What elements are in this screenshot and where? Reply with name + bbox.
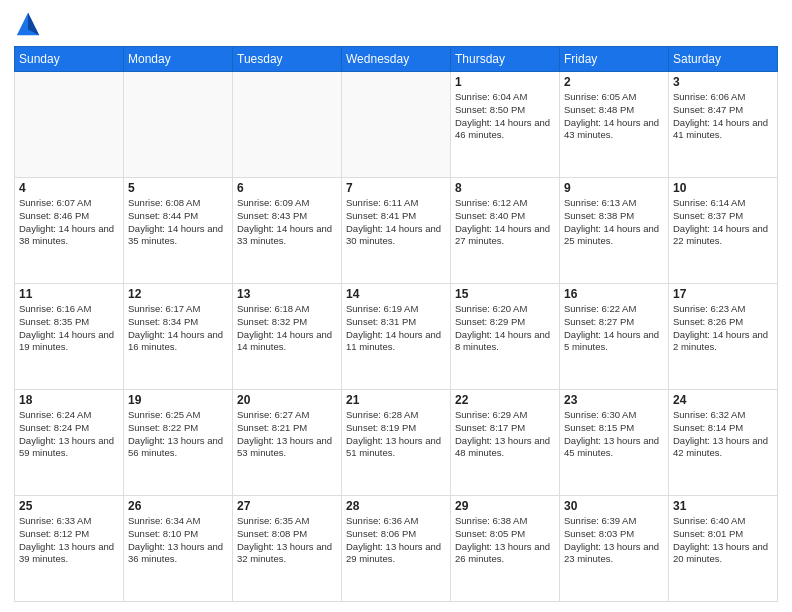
header	[14, 10, 778, 38]
day-info: Sunrise: 6:30 AM Sunset: 8:15 PM Dayligh…	[564, 409, 664, 460]
day-number: 14	[346, 287, 446, 301]
calendar-cell: 13Sunrise: 6:18 AM Sunset: 8:32 PM Dayli…	[233, 284, 342, 390]
day-number: 11	[19, 287, 119, 301]
day-number: 1	[455, 75, 555, 89]
day-number: 24	[673, 393, 773, 407]
day-info: Sunrise: 6:22 AM Sunset: 8:27 PM Dayligh…	[564, 303, 664, 354]
day-header-monday: Monday	[124, 47, 233, 72]
logo-icon	[14, 10, 42, 38]
calendar-cell: 6Sunrise: 6:09 AM Sunset: 8:43 PM Daylig…	[233, 178, 342, 284]
day-info: Sunrise: 6:28 AM Sunset: 8:19 PM Dayligh…	[346, 409, 446, 460]
day-number: 16	[564, 287, 664, 301]
calendar-cell	[342, 72, 451, 178]
day-info: Sunrise: 6:35 AM Sunset: 8:08 PM Dayligh…	[237, 515, 337, 566]
day-info: Sunrise: 6:13 AM Sunset: 8:38 PM Dayligh…	[564, 197, 664, 248]
calendar-cell: 20Sunrise: 6:27 AM Sunset: 8:21 PM Dayli…	[233, 390, 342, 496]
calendar-cell: 24Sunrise: 6:32 AM Sunset: 8:14 PM Dayli…	[669, 390, 778, 496]
week-row-2: 4Sunrise: 6:07 AM Sunset: 8:46 PM Daylig…	[15, 178, 778, 284]
calendar-cell: 9Sunrise: 6:13 AM Sunset: 8:38 PM Daylig…	[560, 178, 669, 284]
calendar-cell: 27Sunrise: 6:35 AM Sunset: 8:08 PM Dayli…	[233, 496, 342, 602]
day-header-saturday: Saturday	[669, 47, 778, 72]
day-info: Sunrise: 6:12 AM Sunset: 8:40 PM Dayligh…	[455, 197, 555, 248]
calendar-cell: 1Sunrise: 6:04 AM Sunset: 8:50 PM Daylig…	[451, 72, 560, 178]
calendar-cell: 25Sunrise: 6:33 AM Sunset: 8:12 PM Dayli…	[15, 496, 124, 602]
calendar-cell: 4Sunrise: 6:07 AM Sunset: 8:46 PM Daylig…	[15, 178, 124, 284]
day-header-sunday: Sunday	[15, 47, 124, 72]
week-row-5: 25Sunrise: 6:33 AM Sunset: 8:12 PM Dayli…	[15, 496, 778, 602]
calendar-cell: 29Sunrise: 6:38 AM Sunset: 8:05 PM Dayli…	[451, 496, 560, 602]
calendar-cell: 14Sunrise: 6:19 AM Sunset: 8:31 PM Dayli…	[342, 284, 451, 390]
page: SundayMondayTuesdayWednesdayThursdayFrid…	[0, 0, 792, 612]
calendar-cell: 31Sunrise: 6:40 AM Sunset: 8:01 PM Dayli…	[669, 496, 778, 602]
week-row-3: 11Sunrise: 6:16 AM Sunset: 8:35 PM Dayli…	[15, 284, 778, 390]
day-info: Sunrise: 6:24 AM Sunset: 8:24 PM Dayligh…	[19, 409, 119, 460]
week-row-4: 18Sunrise: 6:24 AM Sunset: 8:24 PM Dayli…	[15, 390, 778, 496]
day-info: Sunrise: 6:32 AM Sunset: 8:14 PM Dayligh…	[673, 409, 773, 460]
day-number: 12	[128, 287, 228, 301]
calendar-cell: 11Sunrise: 6:16 AM Sunset: 8:35 PM Dayli…	[15, 284, 124, 390]
calendar-cell: 16Sunrise: 6:22 AM Sunset: 8:27 PM Dayli…	[560, 284, 669, 390]
day-header-thursday: Thursday	[451, 47, 560, 72]
day-info: Sunrise: 6:25 AM Sunset: 8:22 PM Dayligh…	[128, 409, 228, 460]
calendar-header: SundayMondayTuesdayWednesdayThursdayFrid…	[15, 47, 778, 72]
day-info: Sunrise: 6:19 AM Sunset: 8:31 PM Dayligh…	[346, 303, 446, 354]
calendar-cell	[15, 72, 124, 178]
day-number: 25	[19, 499, 119, 513]
day-header-friday: Friday	[560, 47, 669, 72]
calendar-cell: 17Sunrise: 6:23 AM Sunset: 8:26 PM Dayli…	[669, 284, 778, 390]
calendar-table: SundayMondayTuesdayWednesdayThursdayFrid…	[14, 46, 778, 602]
day-number: 31	[673, 499, 773, 513]
day-number: 4	[19, 181, 119, 195]
day-number: 26	[128, 499, 228, 513]
day-number: 9	[564, 181, 664, 195]
header-row: SundayMondayTuesdayWednesdayThursdayFrid…	[15, 47, 778, 72]
day-number: 7	[346, 181, 446, 195]
calendar-cell: 10Sunrise: 6:14 AM Sunset: 8:37 PM Dayli…	[669, 178, 778, 284]
day-number: 15	[455, 287, 555, 301]
day-info: Sunrise: 6:20 AM Sunset: 8:29 PM Dayligh…	[455, 303, 555, 354]
day-info: Sunrise: 6:11 AM Sunset: 8:41 PM Dayligh…	[346, 197, 446, 248]
day-info: Sunrise: 6:39 AM Sunset: 8:03 PM Dayligh…	[564, 515, 664, 566]
day-info: Sunrise: 6:40 AM Sunset: 8:01 PM Dayligh…	[673, 515, 773, 566]
day-number: 3	[673, 75, 773, 89]
calendar-cell: 5Sunrise: 6:08 AM Sunset: 8:44 PM Daylig…	[124, 178, 233, 284]
day-info: Sunrise: 6:14 AM Sunset: 8:37 PM Dayligh…	[673, 197, 773, 248]
day-number: 28	[346, 499, 446, 513]
calendar-cell: 18Sunrise: 6:24 AM Sunset: 8:24 PM Dayli…	[15, 390, 124, 496]
day-number: 17	[673, 287, 773, 301]
calendar-cell: 21Sunrise: 6:28 AM Sunset: 8:19 PM Dayli…	[342, 390, 451, 496]
day-number: 6	[237, 181, 337, 195]
day-info: Sunrise: 6:07 AM Sunset: 8:46 PM Dayligh…	[19, 197, 119, 248]
day-info: Sunrise: 6:34 AM Sunset: 8:10 PM Dayligh…	[128, 515, 228, 566]
day-number: 29	[455, 499, 555, 513]
day-info: Sunrise: 6:05 AM Sunset: 8:48 PM Dayligh…	[564, 91, 664, 142]
calendar-cell	[233, 72, 342, 178]
logo	[14, 10, 46, 38]
day-number: 23	[564, 393, 664, 407]
calendar-cell: 30Sunrise: 6:39 AM Sunset: 8:03 PM Dayli…	[560, 496, 669, 602]
day-info: Sunrise: 6:08 AM Sunset: 8:44 PM Dayligh…	[128, 197, 228, 248]
day-info: Sunrise: 6:29 AM Sunset: 8:17 PM Dayligh…	[455, 409, 555, 460]
day-number: 27	[237, 499, 337, 513]
day-info: Sunrise: 6:18 AM Sunset: 8:32 PM Dayligh…	[237, 303, 337, 354]
calendar-cell: 23Sunrise: 6:30 AM Sunset: 8:15 PM Dayli…	[560, 390, 669, 496]
calendar-cell: 15Sunrise: 6:20 AM Sunset: 8:29 PM Dayli…	[451, 284, 560, 390]
day-number: 21	[346, 393, 446, 407]
day-number: 19	[128, 393, 228, 407]
day-number: 18	[19, 393, 119, 407]
day-number: 10	[673, 181, 773, 195]
day-info: Sunrise: 6:38 AM Sunset: 8:05 PM Dayligh…	[455, 515, 555, 566]
day-info: Sunrise: 6:36 AM Sunset: 8:06 PM Dayligh…	[346, 515, 446, 566]
calendar-cell: 7Sunrise: 6:11 AM Sunset: 8:41 PM Daylig…	[342, 178, 451, 284]
day-number: 22	[455, 393, 555, 407]
day-info: Sunrise: 6:16 AM Sunset: 8:35 PM Dayligh…	[19, 303, 119, 354]
day-number: 13	[237, 287, 337, 301]
day-number: 30	[564, 499, 664, 513]
day-number: 2	[564, 75, 664, 89]
day-info: Sunrise: 6:06 AM Sunset: 8:47 PM Dayligh…	[673, 91, 773, 142]
calendar-cell: 26Sunrise: 6:34 AM Sunset: 8:10 PM Dayli…	[124, 496, 233, 602]
day-info: Sunrise: 6:27 AM Sunset: 8:21 PM Dayligh…	[237, 409, 337, 460]
calendar-cell	[124, 72, 233, 178]
day-info: Sunrise: 6:23 AM Sunset: 8:26 PM Dayligh…	[673, 303, 773, 354]
day-number: 20	[237, 393, 337, 407]
